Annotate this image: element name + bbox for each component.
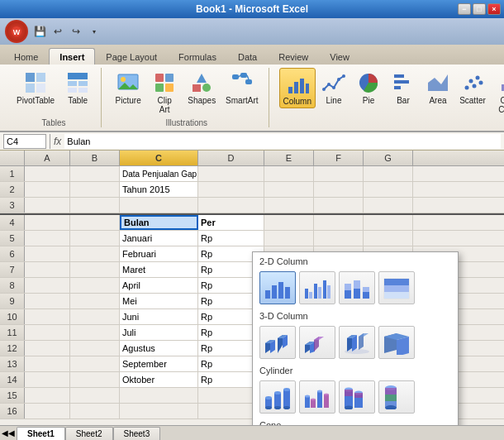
- cell-e3[interactable]: [264, 198, 314, 213]
- cell-g5[interactable]: [364, 231, 413, 246]
- chart-2d-col-4[interactable]: [378, 271, 415, 304]
- chart-cyl-3[interactable]: [339, 380, 375, 414]
- cell-c3[interactable]: [120, 198, 198, 213]
- cell-b15[interactable]: [70, 388, 120, 403]
- line-chart-btn[interactable]: Line: [317, 68, 350, 107]
- col-header-e[interactable]: E: [264, 151, 314, 165]
- col-header-g[interactable]: G: [364, 151, 413, 165]
- cell-c8[interactable]: April: [120, 278, 198, 293]
- chart-3d-col-1[interactable]: [259, 326, 296, 359]
- cell-b16[interactable]: [70, 404, 120, 418]
- cell-f2[interactable]: [314, 182, 364, 197]
- cell-d3[interactable]: [198, 198, 264, 213]
- cell-b6[interactable]: [70, 246, 120, 261]
- other-charts-btn[interactable]: ▾ OtherCharts: [491, 68, 504, 116]
- cell-a1[interactable]: [25, 166, 70, 181]
- cell-a5[interactable]: [25, 231, 70, 246]
- cell-f4[interactable]: [314, 215, 364, 230]
- cell-b13[interactable]: [70, 356, 120, 371]
- cell-c5[interactable]: Januari: [120, 231, 198, 246]
- qa-dropdown-btn[interactable]: ▾: [86, 23, 102, 40]
- cell-a4[interactable]: [25, 215, 70, 230]
- chart-3d-col-2[interactable]: [299, 326, 335, 359]
- sheet-tab-3[interactable]: Sheet3: [113, 427, 161, 440]
- office-button[interactable]: W: [5, 20, 28, 43]
- cell-a8[interactable]: [25, 278, 70, 293]
- cell-reference[interactable]: C4: [3, 134, 46, 149]
- cell-b11[interactable]: [70, 325, 120, 340]
- cell-a12[interactable]: [25, 341, 70, 356]
- chart-cyl-1[interactable]: [259, 380, 296, 414]
- bar-chart-btn[interactable]: Bar: [387, 68, 420, 107]
- cell-g1[interactable]: [364, 166, 413, 181]
- cell-d4[interactable]: Per: [198, 215, 264, 230]
- cell-c1[interactable]: Data Penjualan Gap: [120, 166, 198, 181]
- chart-2d-col-2[interactable]: [299, 271, 335, 304]
- cell-b14[interactable]: [70, 372, 120, 387]
- chart-3d-col-4[interactable]: [378, 326, 415, 359]
- cell-c14[interactable]: Oktober: [120, 372, 198, 387]
- sheet-tab-2[interactable]: Sheet2: [65, 427, 113, 440]
- cell-a2[interactable]: [25, 182, 70, 197]
- maximize-btn[interactable]: □: [473, 3, 486, 15]
- cell-a3[interactable]: [25, 198, 70, 213]
- cell-e5[interactable]: [264, 231, 314, 246]
- chart-cyl-2[interactable]: [299, 380, 335, 414]
- save-quick-btn[interactable]: 💾: [31, 23, 48, 40]
- cell-c13[interactable]: September: [120, 356, 198, 371]
- cell-d1[interactable]: [198, 166, 264, 181]
- cell-f3[interactable]: [314, 198, 364, 213]
- sheet-nav-first[interactable]: ◀◀: [2, 428, 15, 438]
- cell-a16[interactable]: [25, 404, 70, 418]
- cell-c4[interactable]: Bulan: [120, 215, 198, 230]
- cell-b5[interactable]: [70, 231, 120, 246]
- cell-a15[interactable]: [25, 388, 70, 403]
- cell-b8[interactable]: [70, 278, 120, 293]
- cell-c10[interactable]: Juni: [120, 309, 198, 324]
- tab-insert[interactable]: Insert: [49, 48, 95, 65]
- smartart-btn[interactable]: SmartArt: [222, 68, 261, 107]
- cell-b2[interactable]: [70, 182, 120, 197]
- table-btn[interactable]: Table: [61, 68, 94, 107]
- col-header-a[interactable]: A: [25, 151, 70, 165]
- tab-data[interactable]: Data: [227, 48, 268, 65]
- col-header-b[interactable]: B: [70, 151, 120, 165]
- cell-a7[interactable]: [25, 262, 70, 277]
- picture-btn[interactable]: Picture: [112, 68, 145, 107]
- cell-a14[interactable]: [25, 372, 70, 387]
- cell-a6[interactable]: [25, 246, 70, 261]
- formula-input[interactable]: [64, 134, 501, 149]
- area-chart-btn[interactable]: Area: [421, 68, 454, 107]
- cell-f5[interactable]: [314, 231, 364, 246]
- cell-c16[interactable]: [120, 404, 198, 418]
- col-header-d[interactable]: D: [198, 151, 264, 165]
- close-btn[interactable]: ×: [487, 3, 501, 15]
- cell-a10[interactable]: [25, 309, 70, 324]
- tab-page-layout[interactable]: Page Layout: [95, 48, 168, 65]
- undo-quick-btn[interactable]: ↩: [50, 23, 66, 40]
- cell-e2[interactable]: [264, 182, 314, 197]
- shapes-btn[interactable]: Shapes: [184, 68, 219, 107]
- cell-a11[interactable]: [25, 325, 70, 340]
- cell-b10[interactable]: [70, 309, 120, 324]
- cell-g3[interactable]: [364, 198, 413, 213]
- chart-3d-col-3[interactable]: [339, 326, 375, 359]
- redo-quick-btn[interactable]: ↪: [68, 23, 84, 40]
- chart-cyl-4[interactable]: [378, 380, 415, 414]
- cell-c11[interactable]: Juli: [120, 325, 198, 340]
- cell-e4[interactable]: [264, 215, 314, 230]
- pivottable-btn[interactable]: PivotTable: [13, 68, 58, 107]
- cell-c12[interactable]: Agustus: [120, 341, 198, 356]
- cell-d5[interactable]: Rp: [198, 231, 264, 246]
- cell-b4[interactable]: [70, 215, 120, 230]
- cell-g2[interactable]: [364, 182, 413, 197]
- cell-f1[interactable]: [314, 166, 364, 181]
- cell-d2[interactable]: [198, 182, 264, 197]
- pie-chart-btn[interactable]: Pie: [352, 68, 385, 107]
- cell-b12[interactable]: [70, 341, 120, 356]
- cell-a9[interactable]: [25, 294, 70, 308]
- cell-c7[interactable]: Maret: [120, 262, 198, 277]
- cell-b1[interactable]: [70, 166, 120, 181]
- cell-a13[interactable]: [25, 356, 70, 371]
- minimize-btn[interactable]: −: [458, 3, 471, 15]
